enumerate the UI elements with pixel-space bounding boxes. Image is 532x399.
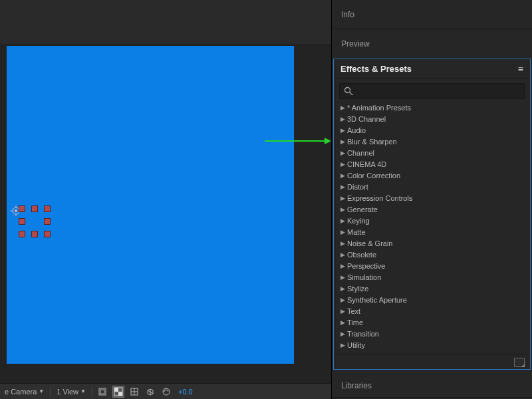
active-camera-dropdown[interactable]: e Camera ▼ xyxy=(3,386,46,398)
resize-handle[interactable] xyxy=(19,218,25,225)
effects-category-row[interactable]: ▶* Animation Presets xyxy=(339,102,525,113)
divider xyxy=(50,386,51,397)
effects-category-row[interactable]: ▶Utility xyxy=(339,339,525,350)
twirl-right-icon: ▶ xyxy=(339,116,346,122)
category-label: Audio xyxy=(347,126,366,134)
exposure-control[interactable]: +0.0 xyxy=(176,386,195,398)
twirl-right-icon: ▶ xyxy=(339,274,346,281)
chevron-down-icon: ▼ xyxy=(80,388,86,394)
search-icon xyxy=(344,86,353,96)
category-label: Obsolete xyxy=(347,251,376,259)
svg-rect-11 xyxy=(114,388,118,392)
twirl-right-icon: ▶ xyxy=(339,319,346,326)
view-layout-dropdown[interactable]: 1 View ▼ xyxy=(55,386,88,398)
svg-rect-12 xyxy=(118,392,122,396)
effects-category-row[interactable]: ▶Color Correction xyxy=(339,170,525,181)
twirl-right-icon: ▶ xyxy=(339,240,346,247)
camera-label: e Camera xyxy=(5,388,37,396)
category-label: Matte xyxy=(347,228,366,236)
effects-category-row[interactable]: ▶Text xyxy=(339,305,525,317)
resize-handle[interactable] xyxy=(44,218,51,225)
effects-category-row[interactable]: ▶Noise & Grain xyxy=(339,237,525,249)
category-label: Blur & Sharpen xyxy=(347,138,397,146)
svg-line-20 xyxy=(350,92,352,95)
composition-canvas[interactable] xyxy=(7,46,294,364)
3d-renderer-button[interactable] xyxy=(144,386,156,398)
effects-category-row[interactable]: ▶Expression Controls xyxy=(339,192,525,203)
twirl-right-icon: ▶ xyxy=(339,331,346,337)
twirl-right-icon: ▶ xyxy=(339,138,346,145)
effects-category-row[interactable]: ▶Transition xyxy=(339,328,525,339)
category-label: Distort xyxy=(347,183,368,191)
selected-layer-handles[interactable] xyxy=(19,205,51,237)
effects-category-row[interactable]: ▶Channel xyxy=(339,147,525,158)
effects-category-row[interactable]: ▶Blur & Sharpen xyxy=(339,136,525,147)
effects-category-row[interactable]: ▶Obsolete xyxy=(339,249,525,260)
effects-category-row[interactable]: ▶3D Channel xyxy=(339,113,525,124)
toggle-transparency-grid-button[interactable] xyxy=(112,386,124,398)
twirl-right-icon: ▶ xyxy=(339,229,346,235)
twirl-right-icon: ▶ xyxy=(339,195,346,201)
twirl-right-icon: ▶ xyxy=(339,206,346,213)
toggle-pixel-aspect-button[interactable] xyxy=(96,386,108,398)
workspace-header xyxy=(0,0,331,45)
viewer-bottom-toolbar: e Camera ▼ 1 View ▼ xyxy=(0,383,331,399)
category-label: Keying xyxy=(347,217,370,225)
effects-category-row[interactable]: ▶Synthetic Aperture xyxy=(339,294,525,305)
resize-handle[interactable] xyxy=(31,205,38,212)
divider xyxy=(92,386,92,397)
resize-handle[interactable] xyxy=(31,231,38,237)
effects-category-row[interactable]: ▶Audio xyxy=(339,124,525,136)
composition-viewer[interactable] xyxy=(0,45,331,383)
twirl-right-icon: ▶ xyxy=(339,308,346,315)
twirl-right-icon: ▶ xyxy=(339,104,346,111)
svg-point-1 xyxy=(15,210,17,212)
effects-category-row[interactable]: ▶Simulation xyxy=(339,271,525,283)
chevron-down-icon: ▼ xyxy=(39,388,44,394)
twirl-right-icon: ▶ xyxy=(339,161,346,168)
panel-title: Libraries xyxy=(341,381,372,390)
panel-menu-icon[interactable]: ≡ xyxy=(518,64,523,74)
twirl-right-icon: ▶ xyxy=(339,342,346,348)
category-label: Color Correction xyxy=(347,172,400,180)
effects-category-row[interactable]: ▶CINEMA 4D xyxy=(339,158,525,170)
panel-tab-preview[interactable]: Preview xyxy=(332,29,532,59)
resize-handle[interactable] xyxy=(44,231,51,237)
category-label: Channel xyxy=(347,149,374,157)
panel-tab-info[interactable]: Info xyxy=(332,0,532,29)
resize-handle[interactable] xyxy=(19,231,25,237)
search-input[interactable] xyxy=(357,87,520,95)
effects-category-row[interactable]: ▶Distort xyxy=(339,181,525,192)
resize-handle[interactable] xyxy=(44,205,51,212)
twirl-right-icon: ▶ xyxy=(339,127,346,134)
effects-category-row[interactable]: ▶Generate xyxy=(339,203,525,215)
new-preset-button[interactable] xyxy=(514,358,525,367)
panel-title: Info xyxy=(341,10,354,19)
effects-category-row[interactable]: ▶Matte xyxy=(339,226,525,237)
panel-tab-libraries[interactable]: Libraries xyxy=(332,374,532,398)
svg-rect-9 xyxy=(100,390,104,394)
twirl-right-icon: ▶ xyxy=(339,150,346,156)
effects-category-row[interactable]: ▶Time xyxy=(339,317,525,328)
effects-search-field[interactable] xyxy=(339,83,525,99)
category-label: Time xyxy=(347,319,363,327)
toggle-mask-button[interactable] xyxy=(128,386,140,398)
panel-title: Effects & Presets xyxy=(340,64,412,74)
twirl-right-icon: ▶ xyxy=(339,172,346,179)
twirl-right-icon: ▶ xyxy=(339,184,346,190)
category-label: Utility xyxy=(347,341,365,349)
effects-category-row[interactable]: ▶Keying xyxy=(339,215,525,226)
category-label: 3D Channel xyxy=(347,115,386,123)
twirl-right-icon: ▶ xyxy=(339,285,346,292)
exposure-value: +0.0 xyxy=(178,388,193,396)
twirl-right-icon: ▶ xyxy=(339,251,346,258)
twirl-right-icon: ▶ xyxy=(339,297,346,303)
resize-handle[interactable] xyxy=(19,205,25,212)
category-label: Synthetic Aperture xyxy=(347,296,407,304)
effects-category-row[interactable]: ▶Perspective xyxy=(339,260,525,271)
fast-preview-button[interactable] xyxy=(160,386,172,398)
category-label: Noise & Grain xyxy=(347,239,392,247)
effects-category-row[interactable]: ▶Stylize xyxy=(339,283,525,294)
category-label: CINEMA 4D xyxy=(347,160,386,168)
view-label: 1 View xyxy=(57,388,78,396)
